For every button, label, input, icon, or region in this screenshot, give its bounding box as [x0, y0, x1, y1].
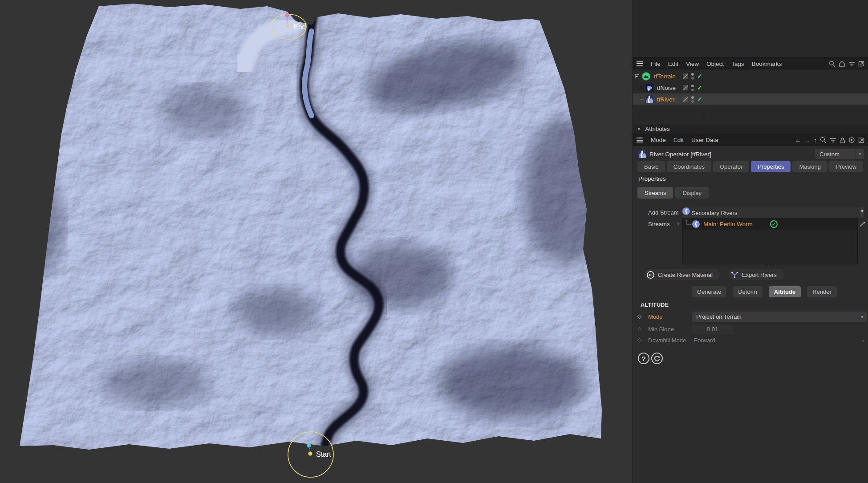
add-stream-value[interactable]: Secondary Rivers	[692, 210, 738, 216]
up-arrow-icon[interactable]: ↑	[814, 137, 817, 143]
hamburger-icon[interactable]	[637, 61, 643, 66]
object-label[interactable]: tfTerrain	[654, 73, 676, 80]
pen-icon[interactable]	[859, 220, 866, 227]
river-object-icon	[638, 150, 646, 158]
properties-section-title: Properties	[638, 175, 666, 182]
menu-edit[interactable]: Edit	[673, 137, 684, 143]
visibility-dots-icon[interactable]	[691, 85, 694, 91]
keyframe-diamond-icon[interactable]	[637, 315, 642, 319]
generate-button[interactable]: Generate	[692, 286, 726, 297]
visibility-dots-icon[interactable]	[691, 73, 694, 80]
enabled-check-icon[interactable]: ✓	[697, 85, 702, 91]
attributes-title: Attributes	[645, 126, 670, 132]
expander-icon[interactable]	[635, 74, 639, 78]
menu-mode[interactable]: Mode	[651, 137, 666, 143]
new-window-icon[interactable]	[858, 61, 864, 67]
min-slope-label: Min Slope	[648, 326, 674, 333]
altitude-button[interactable]: Altitude	[769, 286, 801, 297]
end-marker-tangent	[288, 17, 288, 24]
object-row-tfterrain[interactable]: tfTerrain ✓	[633, 70, 868, 82]
operator-mode-buttons: Generate Deform Altitude Render	[692, 286, 837, 297]
object-manager-menubar: File Edit View Object Tags Bookmarks	[633, 57, 868, 70]
enabled-check-icon[interactable]: ✓	[697, 96, 702, 102]
end-handle-dot	[285, 13, 289, 17]
filter-icon[interactable]	[830, 137, 836, 143]
start-marker-label: Start	[316, 451, 331, 458]
subtab-display[interactable]: Display	[675, 187, 709, 199]
export-rivers-button[interactable]: Export Rivers	[728, 269, 784, 280]
enabled-check-icon[interactable]: ✓	[697, 73, 702, 79]
add-stream-row: Add Stream Secondary Rivers ▾	[633, 207, 868, 218]
tree-connector	[640, 82, 644, 88]
new-window-icon[interactable]	[858, 137, 864, 143]
properties-subtabs: Streams Display	[637, 187, 709, 199]
footer-icons: ?	[638, 353, 663, 364]
tab-properties[interactable]: Properties	[751, 161, 791, 172]
render-button[interactable]: Render	[807, 286, 837, 297]
layer-chip-icon[interactable]	[683, 85, 688, 90]
subtab-streams[interactable]: Streams	[637, 187, 673, 199]
right-panel: File Edit View Object Tags Bookmarks tfT…	[633, 0, 868, 483]
menu-bookmarks[interactable]: Bookmarks	[752, 61, 782, 67]
tab-basic[interactable]: Basic	[637, 161, 665, 172]
export-spline-icon	[731, 271, 738, 278]
filter-icon[interactable]	[848, 61, 855, 67]
chevron-down-icon: ▾	[862, 338, 864, 343]
target-icon[interactable]	[848, 137, 855, 143]
chevron-down-icon[interactable]: ▾	[856, 149, 864, 159]
downhill-mode-row: Downhill Mode Forward ▾	[633, 336, 868, 345]
visibility-dots-icon[interactable]	[691, 96, 694, 103]
object-row-tfnoise[interactable]: tfNoise ✓	[633, 82, 868, 93]
menu-object[interactable]: Object	[706, 61, 724, 67]
preset-dropdown[interactable]: Custom ▾	[815, 149, 864, 159]
start-handle-dot	[307, 444, 311, 448]
search-icon[interactable]	[820, 137, 827, 143]
tab-coordinates[interactable]: Coordinates	[667, 161, 711, 172]
object-label[interactable]: tfNoise	[657, 85, 676, 91]
object-row-tfriver[interactable]: tfRiver ✓	[633, 93, 868, 105]
end-anchor-dot	[287, 25, 289, 28]
streams-list[interactable]: Main: Perlin Worm ✓	[682, 218, 858, 264]
search-icon[interactable]	[829, 61, 836, 67]
material-icon	[647, 271, 654, 279]
menu-file[interactable]: File	[651, 61, 661, 67]
chevron-down-icon[interactable]: ▾	[861, 315, 863, 319]
stream-enabled-icon[interactable]: ✓	[770, 220, 778, 228]
menu-edit[interactable]: Edit	[668, 61, 678, 67]
altitude-mode-value[interactable]: Project on Terrain	[696, 313, 742, 320]
help-icon[interactable]: ?	[638, 353, 649, 364]
viewport-3d[interactable]: End Start	[0, 0, 633, 483]
tab-operator[interactable]: Operator	[713, 161, 749, 172]
add-stream-label: Add Stream	[648, 209, 679, 216]
tree-connector	[640, 94, 644, 100]
stream-item-main[interactable]: Main: Perlin Worm ✓	[683, 219, 857, 230]
tab-masking[interactable]: Masking	[792, 161, 827, 172]
stream-item-label[interactable]: Main: Perlin Worm	[703, 221, 753, 227]
add-stream-dropdown[interactable]: Secondary Rivers ▾	[682, 207, 864, 218]
preset-value[interactable]: Custom	[815, 149, 856, 159]
lock-icon[interactable]	[840, 137, 845, 143]
tab-preview[interactable]: Preview	[829, 161, 863, 172]
chevron-down-icon[interactable]: ▾	[860, 207, 864, 218]
create-river-material-button[interactable]: Create River Material	[644, 269, 720, 280]
close-icon[interactable]: ×	[637, 126, 641, 132]
tree-connector	[686, 219, 691, 225]
back-arrow-icon[interactable]: ←	[795, 137, 801, 143]
menu-tags[interactable]: Tags	[731, 61, 744, 67]
object-label[interactable]: tfRiver	[657, 96, 674, 103]
altitude-group-heading: ALTITUDE	[641, 302, 669, 308]
min-slope-field: 0.01	[692, 325, 733, 334]
deform-button[interactable]: Deform	[733, 286, 763, 297]
home-icon[interactable]	[839, 61, 845, 67]
layer-chip-icon[interactable]	[683, 97, 688, 102]
splitter-grip[interactable]: ······	[765, 263, 775, 267]
menu-user-data[interactable]: User Data	[691, 137, 718, 143]
hamburger-icon[interactable]	[637, 138, 643, 142]
menu-view[interactable]: View	[686, 61, 699, 67]
layer-chip-icon[interactable]	[683, 73, 688, 79]
panel-empty-space	[633, 0, 868, 57]
streams-expander-icon[interactable]: ›	[677, 220, 679, 227]
start-anchor-dot	[308, 452, 312, 456]
altitude-mode-dropdown[interactable]: Project on Terrain ▾	[692, 312, 867, 322]
reset-icon[interactable]	[651, 353, 663, 364]
